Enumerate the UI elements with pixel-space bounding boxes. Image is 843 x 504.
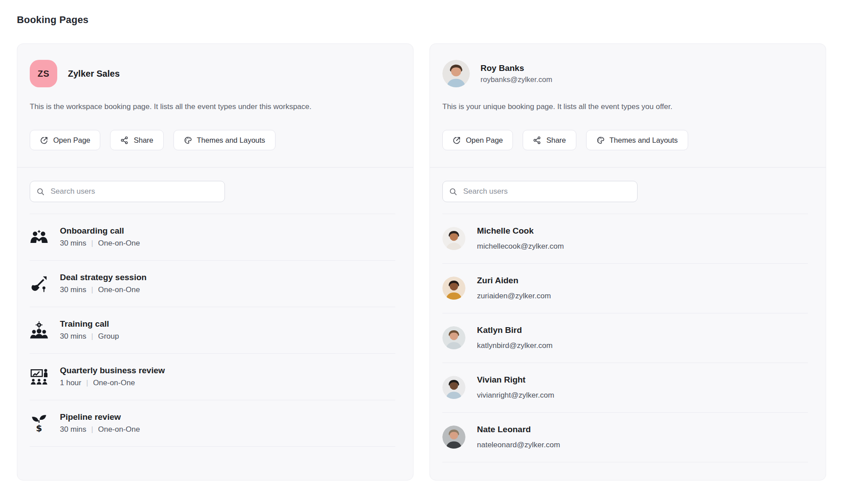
- event-type: One-on-One: [98, 285, 140, 294]
- event-row-quarterly-review[interactable]: Quarterly business review 1 hour | One-o…: [30, 354, 395, 400]
- open-page-button[interactable]: Open Page: [30, 130, 100, 150]
- workspace-description: This is the workspace booking page. It l…: [30, 102, 401, 111]
- event-duration: 30 mins: [60, 425, 87, 434]
- search-icon: [449, 188, 457, 196]
- event-duration: 30 mins: [60, 285, 87, 294]
- user-email: michellecook@zylker.com: [477, 242, 564, 251]
- user-email: zuriaiden@zylker.com: [477, 292, 551, 301]
- pipe-divider: |: [91, 285, 93, 294]
- booking-cards: ZS Zylker Sales This is the workspace bo…: [17, 43, 826, 481]
- event-row-deal-strategy[interactable]: Deal strategy session 30 mins | One-on-O…: [30, 261, 395, 307]
- user-avatar: [442, 376, 465, 399]
- search-users-field: [30, 181, 225, 202]
- event-type: One-on-One: [98, 239, 140, 248]
- share-button[interactable]: Share: [110, 130, 163, 150]
- training-call-icon: [30, 321, 48, 339]
- event-type: Group: [98, 332, 119, 341]
- owner-avatar: [442, 60, 470, 87]
- user-email: vivianright@zylker.com: [477, 391, 554, 400]
- user-email: nateleonard@zylker.com: [477, 441, 560, 449]
- event-title: Training call: [60, 319, 119, 329]
- button-label: Open Page: [466, 136, 503, 145]
- user-row-nate-leonard[interactable]: Nate Leonard nateleonard@zylker.com: [442, 413, 808, 462]
- pipe-divider: |: [91, 332, 93, 341]
- personal-description: This is your unique booking page. It lis…: [442, 102, 813, 111]
- owner-email: roybanks@zylker.com: [481, 75, 552, 84]
- user-name: Michelle Cook: [477, 226, 564, 236]
- onboarding-call-icon: [30, 228, 48, 246]
- workspace-card-header: ZS Zylker Sales This is the workspace bo…: [17, 44, 413, 167]
- workspace-actions: Open Page Share Themes and Layouts: [30, 130, 401, 167]
- workspace-card-body: Onboarding call 30 mins | One-on-One Dea…: [17, 168, 413, 447]
- user-avatar: [442, 277, 465, 300]
- event-type: One-on-One: [98, 425, 140, 434]
- user-row-vivian-right[interactable]: Vivian Right vivianright@zylker.com: [442, 363, 808, 413]
- share-icon: [533, 136, 541, 145]
- event-row-onboarding-call[interactable]: Onboarding call 30 mins | One-on-One: [30, 214, 395, 261]
- pipe-divider: |: [86, 379, 88, 387]
- user-name: Nate Leonard: [477, 425, 560, 434]
- user-name: Vivian Right: [477, 375, 554, 385]
- user-avatar: [442, 227, 465, 250]
- personal-card-header: Roy Banks roybanks@zylker.com This is yo…: [430, 44, 826, 167]
- event-title: Deal strategy session: [60, 273, 146, 282]
- event-title: Quarterly business review: [60, 366, 165, 375]
- share-button[interactable]: Share: [523, 130, 576, 150]
- search-users-input[interactable]: [462, 187, 631, 196]
- pipe-divider: |: [91, 239, 93, 248]
- user-row-zuri-aiden[interactable]: Zuri Aiden zuriaiden@zylker.com: [442, 264, 808, 313]
- event-title: Onboarding call: [60, 226, 140, 236]
- search-users-input[interactable]: [50, 187, 218, 196]
- user-avatar: [442, 426, 465, 449]
- button-label: Open Page: [53, 136, 90, 145]
- user-name: Katlyn Bird: [477, 325, 552, 335]
- open-page-icon: [453, 136, 461, 145]
- quarterly-review-icon: [30, 368, 48, 386]
- button-label: Themes and Layouts: [610, 136, 678, 145]
- themes-and-layouts-button[interactable]: Themes and Layouts: [586, 130, 688, 150]
- event-duration: 30 mins: [60, 239, 87, 248]
- button-label: Share: [546, 136, 566, 145]
- open-page-button[interactable]: Open Page: [442, 130, 513, 150]
- share-icon: [120, 136, 129, 145]
- event-duration: 30 mins: [60, 332, 87, 341]
- event-title: Pipeline review: [60, 412, 140, 422]
- personal-booking-card: Roy Banks roybanks@zylker.com This is yo…: [429, 43, 826, 481]
- workspace-avatar: ZS: [30, 60, 57, 87]
- user-row-katlyn-bird[interactable]: Katlyn Bird katlynbird@zylker.com: [442, 313, 808, 363]
- themes-and-layouts-button[interactable]: Themes and Layouts: [173, 130, 276, 150]
- event-duration: 1 hour: [60, 379, 81, 387]
- user-email: katlynbird@zylker.com: [477, 341, 552, 350]
- pipe-divider: |: [91, 425, 93, 434]
- personal-actions: Open Page Share Themes and Layouts: [442, 130, 813, 167]
- deal-strategy-icon: [30, 275, 48, 293]
- search-users-field: [442, 181, 638, 202]
- button-label: Themes and Layouts: [197, 136, 265, 145]
- booking-pages-screen: Booking Pages ZS Zylker Sales This is th…: [0, 0, 843, 481]
- user-name: Zuri Aiden: [477, 276, 551, 285]
- search-icon: [36, 188, 45, 196]
- event-row-training-call[interactable]: Training call 30 mins | Group: [30, 307, 395, 354]
- themes-and-layouts-icon: [184, 136, 192, 145]
- pipeline-review-icon: [30, 414, 48, 432]
- event-type: One-on-One: [93, 379, 135, 387]
- themes-and-layouts-icon: [596, 136, 605, 145]
- page-title: Booking Pages: [17, 14, 826, 26]
- user-list: Michelle Cook michellecook@zylker.com Zu…: [442, 214, 808, 462]
- workspace-booking-card: ZS Zylker Sales This is the workspace bo…: [17, 43, 414, 481]
- user-avatar: [442, 326, 465, 349]
- open-page-icon: [40, 136, 48, 145]
- event-type-list: Onboarding call 30 mins | One-on-One Dea…: [30, 214, 395, 447]
- workspace-name: Zylker Sales: [68, 69, 120, 79]
- owner-name: Roy Banks: [481, 63, 552, 73]
- button-label: Share: [134, 136, 153, 145]
- personal-card-body: Michelle Cook michellecook@zylker.com Zu…: [430, 168, 826, 462]
- user-row-michelle-cook[interactable]: Michelle Cook michellecook@zylker.com: [442, 214, 808, 264]
- event-row-pipeline-review[interactable]: Pipeline review 30 mins | One-on-One: [30, 400, 395, 447]
